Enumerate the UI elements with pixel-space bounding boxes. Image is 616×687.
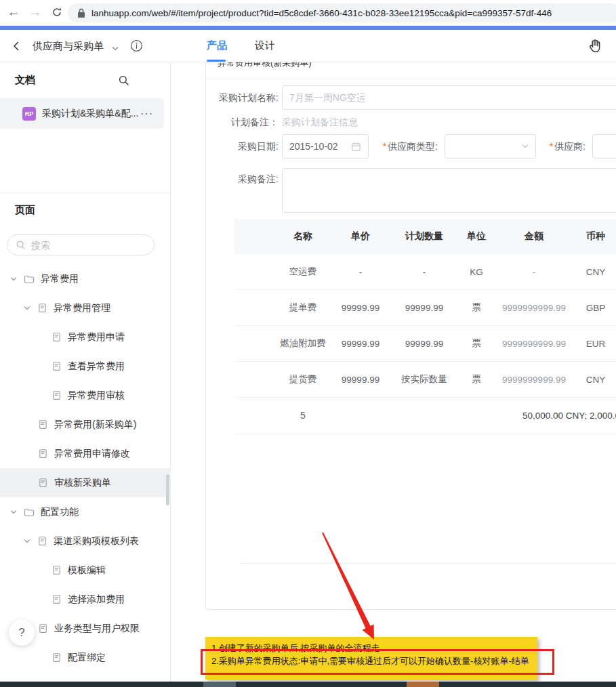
sidebar-item-配置功能[interactable]: 配置功能 (0, 497, 171, 526)
sidebar-item-异常费用申请修改[interactable]: 异常费用申请修改 (0, 439, 171, 468)
sidebar-item-异常费用(新采购单)[interactable]: 异常费用(新采购单) (0, 410, 171, 439)
browser-reload-button[interactable] (47, 3, 66, 22)
url-text: lanhuapp.com/web/#/item/project/product?… (91, 8, 552, 18)
table-cell: 按实际数量 (392, 373, 457, 386)
required-mark: * (550, 141, 553, 152)
page-icon (38, 419, 48, 430)
calendar-icon (351, 142, 361, 152)
fee-table-header: 名称单价计划数量单位金额币种 (234, 219, 616, 254)
strip-segment-gray (203, 682, 236, 687)
rp-badge-icon: RP (22, 107, 36, 121)
sidebar-scrollbar[interactable] (166, 474, 169, 505)
sidebar-item-模板编辑[interactable]: 模板编辑 (0, 556, 171, 585)
chevron-down-icon (9, 508, 18, 516)
table-row: 提货费99999.99按实际数量票9999999999.99CNY (234, 362, 616, 398)
table-cell: CNY (572, 375, 616, 385)
plan-name-input[interactable] (282, 85, 616, 110)
page-search[interactable] (7, 234, 155, 255)
purchase-date-label: 采购日期: (211, 141, 279, 153)
table-cell: 9999999999.99 (496, 375, 572, 385)
info-icon[interactable] (130, 39, 143, 52)
sidebar-item-label: 异常费用管理 (54, 302, 110, 314)
table-cell: 空运费 (276, 266, 329, 278)
url-bar[interactable]: lanhuapp.com/web/#/item/project/product?… (68, 3, 616, 22)
help-button[interactable]: ? (9, 620, 35, 646)
sidebar-item-异常费用管理[interactable]: 异常费用管理 (0, 293, 171, 322)
sidebar: 文档 RP 采购计划&采购单&配... ··· 页面 异常费用异常费用管理异常费… (0, 62, 171, 687)
table-cell: CNY (572, 267, 616, 277)
tab-product[interactable]: 产品 (207, 39, 227, 52)
chevron-down-icon (23, 304, 31, 312)
table-cell: - (329, 267, 392, 277)
sidebar-item-异常费用审核[interactable]: 异常费用审核 (0, 381, 171, 410)
chevron-down-icon (23, 537, 31, 545)
column-header: 单位 (457, 230, 496, 243)
supplier-label: *供应商: (518, 141, 586, 153)
purchase-note-textarea[interactable] (282, 168, 616, 213)
page-search-input[interactable] (31, 240, 133, 251)
top-nav: 供应商与采购单 产品 设计 (0, 30, 616, 62)
screen: ← → lanhuapp.com/web/#/item/project/prod… (0, 0, 616, 687)
page-icon (37, 303, 47, 313)
supplier-type-label: *供应商类型: (370, 141, 438, 153)
sidebar-item-label: 异常费用申请 (68, 331, 125, 344)
table-cell: 提单费 (276, 301, 329, 314)
divider (240, 563, 616, 564)
sidebar-item-label: 异常费用申请修改 (54, 448, 130, 460)
browser-chrome: ← → lanhuapp.com/web/#/item/project/prod… (0, 0, 616, 26)
page-icon (52, 332, 62, 342)
sidebar-item-查看异常费用[interactable]: 查看异常费用 (0, 352, 171, 381)
table-cell: 99999.99 (329, 375, 392, 385)
sidebar-item-label: 异常费用 (41, 273, 79, 285)
supplier-input[interactable] (592, 134, 616, 159)
tab-design[interactable]: 设计 (255, 39, 275, 52)
column-header: 名称 (276, 230, 329, 243)
fee-table: 名称单价计划数量单位金额币种空运费--KG-CNY提单费99999.999999… (234, 219, 616, 434)
divider (206, 79, 616, 79)
sidebar-item-异常费用[interactable]: 异常费用 (0, 264, 171, 293)
folder-icon (24, 507, 35, 518)
docs-heading: 文档 (15, 74, 35, 87)
sidebar-item-审核新采购单[interactable]: 审核新采购单 (0, 468, 171, 497)
table-cell: 99999.99 (329, 303, 392, 313)
summary-total: 50,000.00 CNY; 2,000.00 (522, 411, 616, 421)
sidebar-item-渠道采购项模板列表[interactable]: 渠道采购项模板列表 (0, 526, 171, 556)
table-cell: 9999999999.99 (496, 303, 572, 313)
pages-heading: 页面 (15, 204, 35, 217)
table-row: 空运费--KG-CNY (234, 254, 616, 290)
sidebar-item-label: 业务类型与用户权限 (54, 623, 140, 635)
hand-tool-icon[interactable] (587, 38, 603, 54)
chevron-down-icon (9, 275, 18, 283)
sidebar-item-选择添加费用[interactable]: 选择添加费用 (0, 585, 171, 614)
chevron-down-icon[interactable] (111, 45, 119, 53)
back-icon[interactable] (11, 41, 22, 51)
reload-icon (52, 7, 62, 18)
search-icon[interactable] (118, 75, 129, 86)
table-cell: 99999.99 (392, 339, 457, 349)
plan-name-label: 采购计划名称: (211, 92, 279, 104)
sidebar-item-label: 异常费用(新采购单) (54, 419, 136, 431)
table-cell: 99999.99 (392, 303, 457, 313)
sidebar-item-配置绑定[interactable]: 配置绑定 (0, 643, 171, 672)
sidebar-item-label: 审核新采购单 (54, 477, 111, 489)
divider (0, 192, 171, 193)
column-header: 计划数量 (392, 230, 457, 243)
project-title[interactable]: 供应商与采购单 (33, 40, 104, 53)
table-cell: 9999999999.99 (496, 339, 572, 349)
document-item[interactable]: RP 采购计划&采购单&配... ··· (0, 98, 164, 129)
page-tree: 异常费用异常费用管理异常费用申请查看异常费用异常费用审核异常费用(新采购单)异常… (0, 264, 171, 672)
table-summary-row: 550,000.00 CNY; 2,000.00 (234, 398, 616, 434)
table-cell: GBP (572, 303, 616, 313)
page-icon (37, 536, 47, 546)
lock-icon (77, 7, 85, 18)
main-canvas: 异常费用审核(新采购单) 采购计划名称: 计划备注： 采购计划备注信息 采购日期… (171, 62, 616, 687)
sidebar-item-异常费用申请[interactable]: 异常费用申请 (0, 322, 171, 352)
browser-back-button[interactable]: ← (4, 3, 23, 22)
browser-forward-button[interactable]: → (26, 3, 45, 22)
table-cell: 票 (457, 301, 496, 314)
page-icon (38, 449, 48, 459)
more-icon[interactable]: ··· (140, 108, 153, 120)
table-row: 提单费99999.9999999.99票9999999999.99GBP (234, 290, 616, 326)
purchase-date-input[interactable]: 2015-10-02 (282, 134, 369, 159)
table-cell: KG (457, 267, 496, 277)
